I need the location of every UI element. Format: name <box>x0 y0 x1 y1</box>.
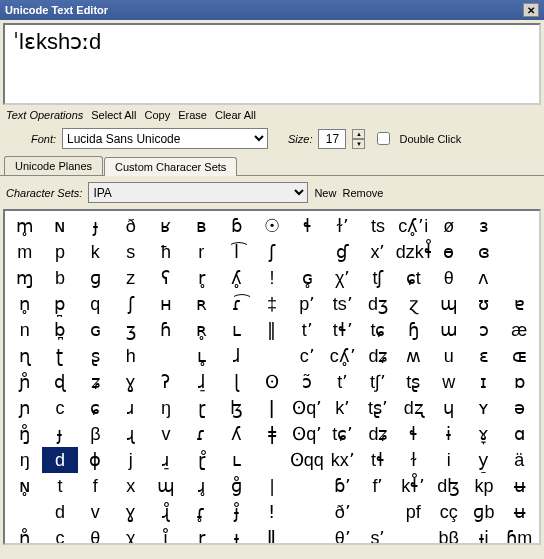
char-cell[interactable]: ɨ <box>431 421 466 447</box>
char-cell[interactable]: l͡ <box>219 239 254 265</box>
char-cell[interactable] <box>254 447 289 473</box>
char-cell[interactable]: dʑ <box>360 421 395 447</box>
char-cell[interactable]: p <box>42 239 77 265</box>
char-cell[interactable]: ɹ̥ <box>184 473 219 499</box>
char-cell[interactable]: ɶ <box>502 343 537 369</box>
char-cell[interactable]: tʃ <box>360 265 395 291</box>
char-cell[interactable]: β <box>78 421 113 447</box>
char-cell[interactable]: ɫ <box>396 447 431 473</box>
char-cell[interactable]: ɢ̥ <box>290 265 325 291</box>
char-cell[interactable]: fʼ <box>360 473 395 499</box>
char-cell[interactable]: ɪ <box>466 369 501 395</box>
char-cell[interactable]: pʼ <box>290 291 325 317</box>
char-cell[interactable]: tɕʼ <box>325 421 360 447</box>
char-cell[interactable]: b <box>42 265 77 291</box>
char-cell[interactable]: ɟ̊ <box>219 499 254 525</box>
char-cell[interactable] <box>502 213 537 239</box>
char-cell[interactable]: ʘqʼ <box>290 421 325 447</box>
char-cell[interactable]: ɾ͡ <box>219 291 254 317</box>
copy-button[interactable]: Copy <box>145 109 171 121</box>
char-cell[interactable]: ɧm <box>502 525 537 545</box>
clear-all-button[interactable]: Clear All <box>215 109 256 121</box>
char-cell[interactable]: x <box>113 473 148 499</box>
char-cell[interactable]: f <box>78 473 113 499</box>
char-cell[interactable]: ɳ̊ <box>7 525 42 545</box>
char-cell[interactable]: ʔ <box>148 369 183 395</box>
char-cell[interactable]: ɣ <box>113 369 148 395</box>
char-cell[interactable]: ɽ <box>184 395 219 421</box>
char-cell[interactable]: ɹ̠ <box>148 447 183 473</box>
char-cell[interactable]: ! <box>254 265 289 291</box>
char-cell[interactable]: ʎ <box>219 421 254 447</box>
char-cell[interactable]: t <box>42 473 77 499</box>
char-cell[interactable]: n̥ <box>7 291 42 317</box>
size-input[interactable] <box>318 129 346 149</box>
char-cell[interactable]: ɒ <box>502 369 537 395</box>
char-cell[interactable]: ŋ̊ <box>7 421 42 447</box>
char-cell[interactable]: kp <box>466 473 501 499</box>
char-cell[interactable]: ɸ <box>78 447 113 473</box>
char-cell[interactable]: ɟ <box>42 421 77 447</box>
char-cell[interactable]: ɰ <box>431 291 466 317</box>
char-cell[interactable]: ɀ <box>396 291 431 317</box>
char-cell[interactable]: ɠ <box>325 239 360 265</box>
char-cell[interactable] <box>290 499 325 525</box>
char-cell[interactable]: p̪ <box>42 291 77 317</box>
char-cell[interactable]: cʼ <box>290 343 325 369</box>
char-cell[interactable]: | <box>254 473 289 499</box>
double-click-checkbox[interactable] <box>377 132 390 145</box>
char-cell[interactable]: ɻ <box>113 421 148 447</box>
char-cell[interactable]: ǁ <box>254 525 289 545</box>
char-cell[interactable]: ɬ <box>396 421 431 447</box>
char-cell[interactable]: ʉ <box>502 499 537 525</box>
char-cell[interactable]: ʊ <box>466 291 501 317</box>
char-cell[interactable]: ɔ̃ <box>290 369 325 395</box>
char-cell[interactable]: ç <box>42 525 77 545</box>
char-cell[interactable]: ts <box>360 213 395 239</box>
char-cell[interactable]: ɡ <box>78 265 113 291</box>
char-cell[interactable]: ʀ <box>184 291 219 317</box>
char-cell[interactable]: r <box>184 239 219 265</box>
char-cell[interactable]: ʃ <box>113 291 148 317</box>
char-cell[interactable]: ð <box>113 213 148 239</box>
char-cell[interactable]: ʏ <box>466 395 501 421</box>
char-cell[interactable] <box>502 239 537 265</box>
char-cell[interactable]: ʙ <box>184 213 219 239</box>
char-cell[interactable]: ɣ <box>113 499 148 525</box>
char-cell[interactable]: ɔ <box>466 317 501 343</box>
char-cell[interactable]: ɕ <box>78 395 113 421</box>
char-cell[interactable]: χ <box>113 525 148 545</box>
char-cell[interactable]: b̪ <box>42 317 77 343</box>
char-cell[interactable]: w <box>431 369 466 395</box>
char-cell[interactable]: v <box>148 421 183 447</box>
char-cell[interactable]: θ <box>78 525 113 545</box>
char-cell[interactable]: pf <box>396 499 431 525</box>
char-cell[interactable]: xʼ <box>360 239 395 265</box>
char-cell[interactable] <box>290 239 325 265</box>
char-cell[interactable]: t∫ʼ <box>360 369 395 395</box>
char-cell[interactable]: dʐ <box>396 395 431 421</box>
char-cell[interactable]: ɓ <box>219 213 254 239</box>
char-cell[interactable]: ɽ <box>184 525 219 545</box>
char-cell[interactable]: ɖ <box>42 369 77 395</box>
char-cell[interactable]: ʘqqʼ <box>290 447 325 473</box>
char-cell[interactable]: kʼ <box>325 395 360 421</box>
char-cell[interactable]: dzkɬ̊y <box>396 239 431 265</box>
char-cell[interactable]: ʟ̥ <box>184 343 219 369</box>
char-cell[interactable]: ʎ̥ <box>219 265 254 291</box>
char-cell[interactable]: ɡb <box>466 499 501 525</box>
char-cell[interactable]: ɬ <box>290 213 325 239</box>
char-cell[interactable]: ɑ <box>502 421 537 447</box>
char-cell[interactable]: ɕt <box>396 265 431 291</box>
char-cell[interactable] <box>290 525 325 545</box>
select-all-button[interactable]: Select All <box>91 109 136 121</box>
char-cell[interactable]: ʂ <box>78 343 113 369</box>
char-cell[interactable]: ʍ <box>396 343 431 369</box>
char-cell[interactable]: ɓʼ <box>325 473 360 499</box>
char-cell[interactable]: ŋ <box>7 447 42 473</box>
char-cell[interactable]: cʎ̥ʼ <box>325 343 360 369</box>
char-cell[interactable]: tʂ <box>396 369 431 395</box>
char-cell[interactable]: ɺ̠ <box>184 369 219 395</box>
char-cell[interactable]: k <box>78 239 113 265</box>
char-cell[interactable]: ‖ <box>254 317 289 343</box>
